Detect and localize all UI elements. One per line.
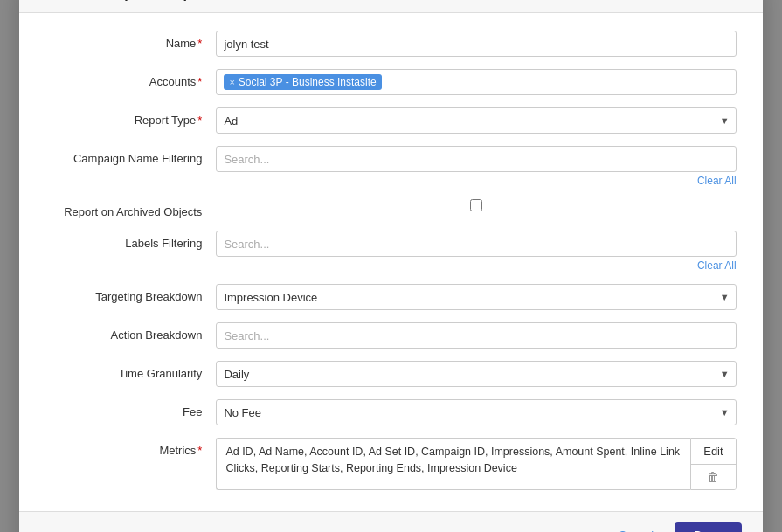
modal: Create Ad Report Template × Name* Accoun… <box>19 0 762 532</box>
campaign-filter-clear-all[interactable]: Clear All <box>216 175 736 187</box>
archived-objects-checkbox[interactable] <box>470 199 482 211</box>
campaign-filter-row: Campaign Name Filtering Clear All <box>45 146 736 187</box>
modal-body: Name* Accounts* × Social 3P - Business I… <box>19 13 762 511</box>
labels-filter-input[interactable] <box>216 231 736 257</box>
targeting-select-wrap: Impression Device None Age Gender Countr… <box>216 284 736 310</box>
action-breakdown-control <box>216 322 736 349</box>
time-granularity-label: Time Granularity <box>45 361 216 380</box>
fee-select[interactable]: No Fee Fixed Fee Percentage Fee <box>216 399 736 425</box>
report-type-control: Ad Campaign Ad Set ▼ <box>216 107 736 134</box>
accounts-row: Accounts* × Social 3P - Business Instasi… <box>45 69 736 95</box>
report-type-select[interactable]: Ad Campaign Ad Set <box>216 107 736 134</box>
fee-row: Fee No Fee Fixed Fee Percentage Fee ▼ <box>45 399 736 425</box>
targeting-control: Impression Device None Age Gender Countr… <box>216 284 736 310</box>
name-control <box>216 31 736 57</box>
labels-filter-control: Clear All <box>216 231 736 272</box>
close-button[interactable]: × <box>729 0 745 2</box>
targeting-row: Targeting Breakdown Impression Device No… <box>45 284 736 310</box>
archived-objects-label: Report on Archived Objects <box>45 199 216 218</box>
modal-title: Create Ad Report Template <box>37 0 215 2</box>
metrics-row: Metrics* Ad ID, Ad Name, Account ID, Ad … <box>45 438 736 490</box>
campaign-filter-label: Campaign Name Filtering <box>45 146 216 165</box>
name-label: Name* <box>45 31 216 50</box>
name-row: Name* <box>45 31 736 57</box>
fee-control: No Fee Fixed Fee Percentage Fee ▼ <box>216 399 736 425</box>
report-type-row: Report Type* Ad Campaign Ad Set ▼ <box>45 107 736 134</box>
report-type-select-wrap: Ad Campaign Ad Set ▼ <box>216 107 736 134</box>
metrics-control: Ad ID, Ad Name, Account ID, Ad Set ID, C… <box>216 438 736 490</box>
report-type-label: Report Type* <box>45 107 216 127</box>
done-button[interactable]: Done <box>675 522 742 532</box>
metrics-text: Ad ID, Ad Name, Account ID, Ad Set ID, C… <box>216 438 690 490</box>
time-granularity-select[interactable]: Daily Weekly Monthly All Days <box>216 361 736 387</box>
fee-select-wrap: No Fee Fixed Fee Percentage Fee ▼ <box>216 399 736 425</box>
accounts-control: × Social 3P - Business Instasite <box>216 69 736 95</box>
time-granularity-control: Daily Weekly Monthly All Days ▼ <box>216 361 736 387</box>
campaign-filter-control: Clear All <box>216 146 736 187</box>
action-breakdown-input[interactable] <box>216 322 736 349</box>
account-tag[interactable]: × Social 3P - Business Instasite <box>224 74 381 90</box>
metrics-actions: Edit 🗑 <box>690 438 736 490</box>
labels-filter-row: Labels Filtering Clear All <box>45 231 736 272</box>
fee-label: Fee <box>45 399 216 418</box>
modal-overlay: Create Ad Report Template × Name* Accoun… <box>0 0 782 532</box>
accounts-tag-input[interactable]: × Social 3P - Business Instasite <box>216 69 736 95</box>
archived-objects-row: Report on Archived Objects <box>45 199 736 218</box>
name-input[interactable] <box>216 31 736 57</box>
labels-filter-label: Labels Filtering <box>45 231 216 250</box>
metrics-wrap: Ad ID, Ad Name, Account ID, Ad Set ID, C… <box>216 438 736 490</box>
action-breakdown-label: Action Breakdown <box>45 322 216 342</box>
time-granularity-row: Time Granularity Daily Weekly Monthly Al… <box>45 361 736 387</box>
labels-filter-clear-all[interactable]: Clear All <box>216 259 736 272</box>
cancel-button[interactable]: Cancel <box>606 523 666 532</box>
account-tag-label: Social 3P - Business Instasite <box>239 76 377 88</box>
archived-objects-control <box>216 199 736 211</box>
accounts-label: Accounts* <box>45 69 216 88</box>
metrics-label: Metrics* <box>45 438 216 457</box>
targeting-label: Targeting Breakdown <box>45 284 216 303</box>
tag-remove-icon[interactable]: × <box>229 77 234 87</box>
time-granularity-select-wrap: Daily Weekly Monthly All Days ▼ <box>216 361 736 387</box>
action-breakdown-row: Action Breakdown <box>45 322 736 349</box>
trash-icon: 🗑 <box>707 470 719 484</box>
targeting-select[interactable]: Impression Device None Age Gender Countr… <box>216 284 736 310</box>
campaign-filter-input[interactable] <box>216 146 736 172</box>
metrics-delete-button[interactable]: 🗑 <box>691 465 735 490</box>
modal-header: Create Ad Report Template × <box>19 0 762 13</box>
metrics-edit-button[interactable]: Edit <box>691 439 735 465</box>
modal-footer: Cancel Done <box>19 511 762 532</box>
